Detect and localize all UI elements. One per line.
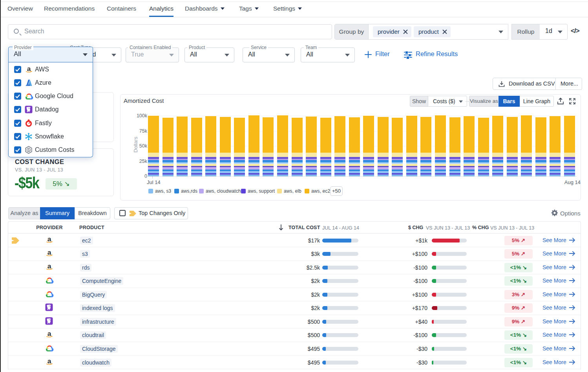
- svg-text:a: a: [47, 249, 51, 256]
- svg-text:$: $: [27, 148, 29, 152]
- svg-text:a: a: [27, 66, 31, 73]
- svg-text:a: a: [47, 263, 51, 270]
- svg-text:a: a: [47, 330, 51, 337]
- svg-text:a: a: [47, 236, 51, 243]
- svg-text:a: a: [47, 358, 51, 365]
